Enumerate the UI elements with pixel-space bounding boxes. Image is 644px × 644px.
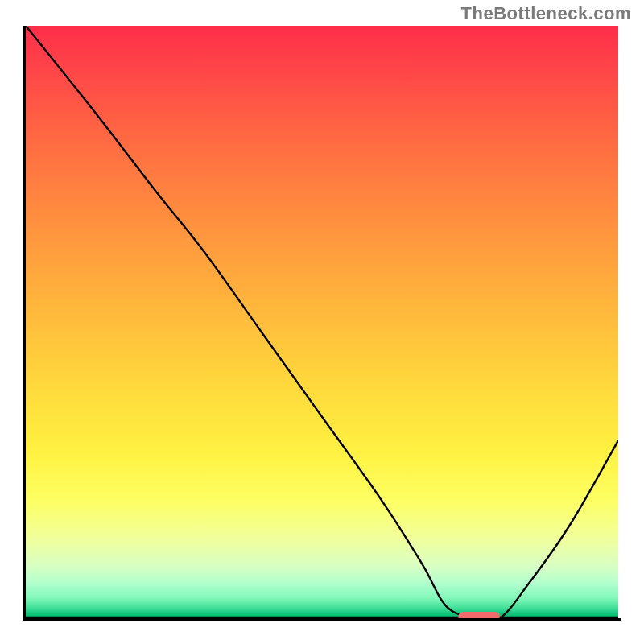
chart-svg: [26, 26, 618, 618]
y-axis: [23, 26, 26, 621]
bottleneck-curve: [26, 26, 618, 618]
plot-area: [26, 26, 618, 618]
x-axis: [23, 618, 621, 621]
optimal-marker: [458, 612, 500, 618]
watermark-text: TheBottleneck.com: [461, 3, 631, 24]
